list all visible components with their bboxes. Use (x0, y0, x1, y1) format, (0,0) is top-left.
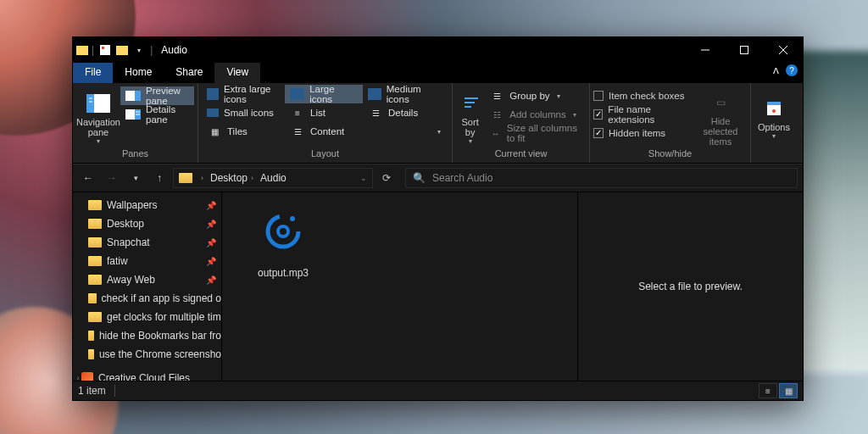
tab-file[interactable]: File (73, 63, 113, 83)
up-button[interactable]: ↑ (149, 168, 170, 188)
ribbon-view: Navigation pane ▾ Preview pane Details p… (73, 83, 803, 164)
preview-pane-area: Select a file to preview. (577, 192, 803, 381)
layout-scroll-down-icon[interactable]: ▾ (437, 128, 441, 136)
status-item-count: 1 item (78, 385, 106, 397)
ribbon-collapse-icon[interactable]: ᐱ (773, 66, 779, 75)
layout-large[interactable]: Large icons (285, 85, 363, 103)
tab-home[interactable]: Home (113, 63, 164, 83)
folder-icon (88, 219, 102, 229)
tab-view[interactable]: View (214, 63, 260, 83)
window-folder-icon (76, 46, 88, 55)
tree-item[interactable]: Wallpapers📌 (73, 196, 221, 214)
window-title: Audio (161, 44, 187, 56)
svg-rect-3 (741, 47, 748, 54)
status-bar: 1 item ≡ ▦ (73, 381, 803, 400)
tree-item[interactable]: hide the Bookmarks bar fro (73, 326, 221, 345)
add-columns-button[interactable]: ☷Add columns▾ (484, 105, 586, 124)
close-button[interactable] (764, 37, 803, 63)
minimize-button[interactable] (686, 37, 725, 63)
navigation-pane-button[interactable]: Navigation pane ▾ (76, 85, 120, 148)
layout-extra-large[interactable]: Extra large icons (202, 85, 285, 103)
breadcrumb-audio[interactable]: Audio (257, 172, 290, 184)
svg-rect-11 (135, 91, 141, 101)
qat-properties-icon[interactable] (97, 43, 113, 57)
pin-icon: 📌 (206, 238, 216, 248)
tree-item[interactable]: check if an app is signed o (73, 289, 221, 308)
layout-medium[interactable]: Medium icons (363, 85, 444, 103)
folder-icon (88, 256, 102, 266)
tab-share[interactable]: Share (164, 63, 214, 83)
tree-item[interactable]: Away Web📌 (73, 270, 221, 289)
hidden-items-toggle[interactable]: Hidden items (593, 124, 694, 142)
panes-group-label: Panes (76, 148, 194, 162)
layout-list[interactable]: ≡List (285, 103, 363, 122)
view-large-icons-button[interactable]: ▦ (779, 383, 798, 398)
preview-pane-message: Select a file to preview. (638, 281, 743, 292)
layout-details[interactable]: ☰Details (363, 103, 444, 122)
maximize-button[interactable] (725, 37, 764, 63)
forward-button[interactable]: → (102, 168, 122, 188)
svg-rect-0 (100, 45, 110, 55)
folder-icon (88, 275, 102, 285)
showhide-group-label: Show/hide (593, 148, 747, 162)
address-dropdown-icon[interactable]: ⌄ (360, 174, 370, 182)
currentview-group-label: Current view (456, 148, 586, 162)
address-bar-row: ← → ▾ ↑ › Desktop› Audio ⌄ ⟳ 🔍 Search Au… (73, 164, 803, 192)
layout-tiles[interactable]: ▦Tiles (202, 122, 285, 141)
details-pane-button[interactable]: Details pane (120, 105, 194, 124)
pin-icon: 📌 (206, 257, 216, 266)
svg-point-23 (278, 226, 288, 236)
pin-icon: 📌 (206, 220, 216, 229)
layout-group-label: Layout (202, 148, 448, 162)
group-by-button[interactable]: ☰Group by▾ (484, 86, 586, 105)
svg-point-24 (290, 216, 295, 221)
tree-item[interactable]: get clocks for multiple tim (73, 308, 221, 326)
sort-by-button[interactable]: Sort by ▾ (456, 85, 484, 148)
folder-icon (88, 312, 102, 322)
folder-icon (88, 200, 102, 210)
breadcrumb-chevron[interactable]: › (196, 174, 207, 182)
search-icon: 🔍 (413, 172, 426, 184)
pin-icon: 📌 (206, 275, 216, 285)
preview-pane-button[interactable]: Preview pane (120, 86, 194, 105)
item-check-boxes-toggle[interactable]: Item check boxes (593, 86, 694, 105)
help-icon[interactable]: ? (786, 64, 798, 76)
size-all-columns-button[interactable]: ↔Size all columns to fit (484, 124, 586, 142)
folder-icon (88, 349, 94, 359)
svg-rect-7 (86, 94, 94, 113)
navigation-tree[interactable]: Wallpapers📌Desktop📌Snapchat📌fatiw📌Away W… (73, 192, 222, 381)
tree-item[interactable]: Snapchat📌 (73, 233, 221, 252)
file-item-output[interactable]: output.mp3 (242, 204, 324, 279)
back-button[interactable]: ← (78, 168, 98, 188)
qat-dropdown-icon[interactable]: ▾ (131, 43, 147, 57)
ribbon-tabs: File Home Share View ᐱ ? (73, 63, 803, 83)
audio-file-icon (256, 204, 310, 259)
qat-new-folder-icon[interactable] (114, 43, 130, 57)
tree-item[interactable]: use the Chrome screensho (73, 345, 221, 364)
file-list-area[interactable]: output.mp3 (222, 192, 577, 381)
refresh-button[interactable]: ⟳ (376, 168, 397, 188)
address-bar[interactable]: › Desktop› Audio ⌄ (173, 168, 373, 188)
address-folder-icon (179, 173, 192, 183)
breadcrumb-desktop[interactable]: Desktop› (207, 172, 257, 184)
recent-locations-button[interactable]: ▾ (125, 168, 146, 188)
options-button[interactable]: Options ▾ (754, 85, 793, 148)
titlebar: | ▾ | Audio (73, 37, 803, 63)
explorer-window: | ▾ | Audio File Home Share View ᐱ ? (72, 36, 804, 401)
file-item-label: output.mp3 (258, 267, 309, 279)
folder-icon (88, 331, 94, 341)
layout-small[interactable]: Small icons (202, 103, 285, 122)
tree-item[interactable]: Desktop📌 (73, 214, 221, 233)
tree-item-creative-cloud[interactable]: › Creative Cloud Files (73, 369, 221, 381)
creative-cloud-icon (81, 372, 93, 381)
hide-selected-items-button[interactable]: ▭ Hide selected items (694, 85, 747, 148)
folder-icon (88, 237, 102, 248)
svg-rect-1 (102, 47, 104, 49)
svg-point-21 (772, 109, 776, 113)
view-details-button[interactable]: ≡ (759, 383, 777, 398)
tree-item[interactable]: fatiw📌 (73, 252, 221, 270)
search-input[interactable]: 🔍 Search Audio (405, 168, 798, 188)
pin-icon: 📌 (206, 201, 216, 210)
layout-content[interactable]: ☰Content (285, 122, 363, 141)
file-name-extensions-toggle[interactable]: File name extensions (593, 105, 694, 124)
